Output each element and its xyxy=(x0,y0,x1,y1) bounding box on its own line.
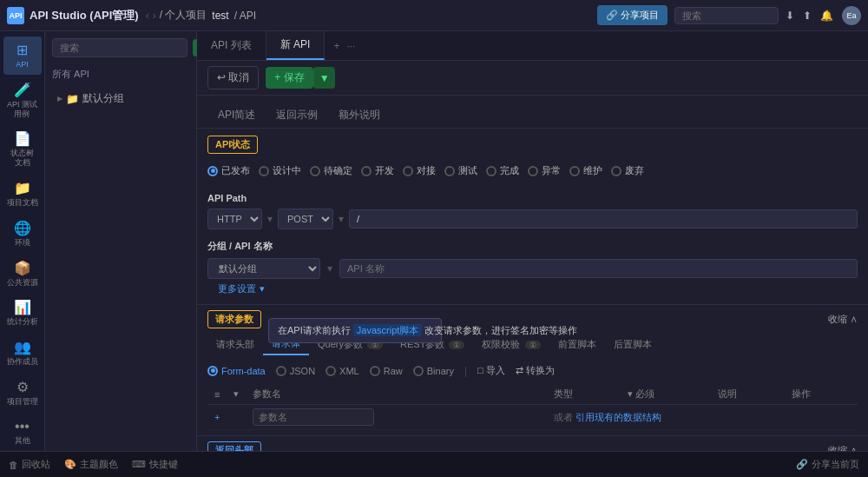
inner-tabs: API简述 返回示例 额外说明 xyxy=(197,96,868,129)
collapse-return-button[interactable]: 收缩 ∧ xyxy=(828,444,858,451)
method-select[interactable]: POST xyxy=(278,209,333,229)
xml-option[interactable]: XML xyxy=(326,366,359,376)
theme-icon: 🎨 xyxy=(64,459,76,470)
col-required: ▾ 必须 xyxy=(621,384,712,405)
tab-api-description[interactable]: API简述 xyxy=(207,103,266,128)
more-tabs-icon[interactable]: ··· xyxy=(346,40,355,52)
status-published[interactable]: 已发布 xyxy=(207,164,250,177)
request-params-section: 请求参数 在API请求前执行 Javascript脚本 改变请求参数，进行签名加… xyxy=(197,304,868,435)
status-testing[interactable]: 测试 xyxy=(444,164,477,177)
tab-return-example[interactable]: 返回示例 xyxy=(266,103,328,128)
status-maintain[interactable]: 维护 xyxy=(569,164,602,177)
param-name-input[interactable] xyxy=(253,408,374,426)
col-param-name: 参数名 xyxy=(246,384,547,405)
cancel-button[interactable]: ↩ 取消 xyxy=(207,66,259,89)
api-status-section: API状态 已发布 设计中 待确定 xyxy=(197,129,868,188)
radio-raw xyxy=(370,366,380,376)
tooltip-popup: 在API请求前执行 Javascript脚本 改变请求参数，进行签名加密等操作 xyxy=(268,318,442,343)
add-row-icon[interactable]: + xyxy=(214,412,220,422)
path-input[interactable] xyxy=(349,209,858,229)
trash-button[interactable]: 🗑 🗑 回收站 回收站 xyxy=(9,458,50,471)
path-row: HTTP ▾ POST ▾ xyxy=(207,209,858,229)
save-dropdown-button[interactable]: ▼ xyxy=(313,67,335,89)
sidebar-item-api[interactable]: ⊞ API xyxy=(3,36,42,75)
collapse-request-button[interactable]: 收缩 ∧ xyxy=(828,313,858,326)
json-option[interactable]: JSON xyxy=(276,366,315,376)
radio-maintain xyxy=(569,166,580,176)
left-panel-header: + API xyxy=(45,31,196,64)
request-params-badge: 请求参数 xyxy=(207,310,261,328)
status-docking[interactable]: 对接 xyxy=(403,164,436,177)
main-layout: ⊞ API 🧪 API 测试用例 📄 状态树文档 📁 项目文档 🌐 环境 📦 公… xyxy=(0,31,868,451)
ref-structure-link[interactable]: 引用现有的数据结构 xyxy=(575,412,661,422)
status-error[interactable]: 异常 xyxy=(528,164,561,177)
radio-json xyxy=(276,366,286,376)
status-deprecated[interactable]: 废弃 xyxy=(611,164,644,177)
status-designing[interactable]: 设计中 xyxy=(259,164,301,177)
form-data-option[interactable]: Form-data xyxy=(207,366,266,376)
protocol-select[interactable]: HTTP xyxy=(207,209,262,229)
api-path-label: API Path xyxy=(207,193,858,203)
req-tab-post-script[interactable]: 后置脚本 xyxy=(605,335,661,354)
radio-error xyxy=(528,166,538,176)
status-dev[interactable]: 开发 xyxy=(361,164,394,177)
upload-icon[interactable]: ⬆ xyxy=(803,10,812,22)
bottom-bar: 🗑 🗑 回收站 回收站 🎨 主题颜色 ⌨ 快捷键 🔗 分享当前页 xyxy=(0,451,868,477)
req-tab-pre-script[interactable]: 前置脚本 xyxy=(549,335,605,354)
tab-new-api[interactable]: 新 API xyxy=(266,31,326,60)
api-name-section: 分组 / API 名称 默认分组 ▾ 更多设置 ▾ xyxy=(197,235,868,304)
folder-icon: 📁 xyxy=(66,93,79,105)
share-current-button[interactable]: 🔗 分享当前页 xyxy=(796,458,859,471)
status-done[interactable]: 完成 xyxy=(486,164,519,177)
radio-published xyxy=(207,166,218,176)
left-panel-nav: 所有 API xyxy=(45,64,196,84)
radio-deprecated xyxy=(611,166,621,176)
params-table: ≡ ▾ 参数名 类型 ▾ 必须 说明 操作 + xyxy=(207,384,858,430)
radio-dev xyxy=(361,166,372,176)
test-icon: 🧪 xyxy=(14,82,31,98)
save-button[interactable]: + 保存 xyxy=(266,67,312,89)
add-tab-icon[interactable]: + xyxy=(333,40,339,52)
sidebar-item-public[interactable]: 📦 公共资源 xyxy=(3,255,42,293)
rest-badge: ① xyxy=(449,341,464,349)
tree-folder-default[interactable]: ▶ 📁 默认分组 xyxy=(52,88,189,109)
theme-button[interactable]: 🎨 主题颜色 xyxy=(64,458,118,471)
api-search-input[interactable] xyxy=(52,38,187,57)
shortcut-button[interactable]: ⌨ 快捷键 xyxy=(132,458,178,471)
topbar-search-input[interactable] xyxy=(674,7,779,24)
share-project-button[interactable]: 🔗 分享项目 xyxy=(597,5,667,25)
group-select[interactable]: 默认分组 xyxy=(207,258,320,279)
sidebar-item-project-doc[interactable]: 📁 项目文档 xyxy=(3,175,42,213)
env-icon: 🌐 xyxy=(14,220,31,236)
sidebar-item-test[interactable]: 🧪 API 测试用例 xyxy=(3,76,42,124)
tab-api-list[interactable]: API 列表 xyxy=(197,31,266,60)
import-button[interactable]: □ 导入 xyxy=(477,364,505,377)
more-settings-button[interactable]: 更多设置 ▾ xyxy=(207,279,858,299)
sidebar-item-mgmt[interactable]: ⚙ 项目管理 xyxy=(3,374,42,412)
raw-option[interactable]: Raw xyxy=(370,366,403,376)
sidebar-item-more[interactable]: ••• 其他 xyxy=(3,414,42,451)
binary-option[interactable]: Binary xyxy=(413,366,454,376)
stats-icon: 📊 xyxy=(14,299,31,315)
col-description: 说明 xyxy=(711,384,784,405)
sidebar-item-env[interactable]: 🌐 环境 xyxy=(3,215,42,253)
radio-docking xyxy=(403,166,413,176)
download-icon[interactable]: ⬇ xyxy=(786,10,794,22)
convert-button[interactable]: ⇄ 转换为 xyxy=(516,364,555,377)
api-tree: ▶ 📁 默认分组 xyxy=(45,84,196,113)
sidebar-item-stats[interactable]: 📊 统计分析 xyxy=(3,294,42,332)
form-data-options: Form-data JSON XML Raw xyxy=(207,361,858,381)
req-tab-headers[interactable]: 请求头部 xyxy=(207,335,263,354)
keyboard-icon: ⌨ xyxy=(132,459,146,470)
avatar[interactable]: Ea xyxy=(842,6,861,25)
col-checkbox: ▾ xyxy=(227,384,246,405)
req-tab-auth[interactable]: 权限校验 ① xyxy=(473,335,549,354)
name-row: 默认分组 ▾ xyxy=(207,258,858,279)
sidebar-item-doc[interactable]: 📄 状态树文档 xyxy=(3,125,42,173)
tab-extra-notes[interactable]: 额外说明 xyxy=(328,103,391,128)
status-pending[interactable]: 待确定 xyxy=(310,164,352,177)
sidebar-item-collab[interactable]: 👥 协作成员 xyxy=(3,334,42,372)
api-name-input[interactable] xyxy=(339,259,858,278)
status-options-row: 已发布 设计中 待确定 开发 xyxy=(207,161,858,181)
notification-bell-icon[interactable]: 🔔 xyxy=(820,10,833,22)
